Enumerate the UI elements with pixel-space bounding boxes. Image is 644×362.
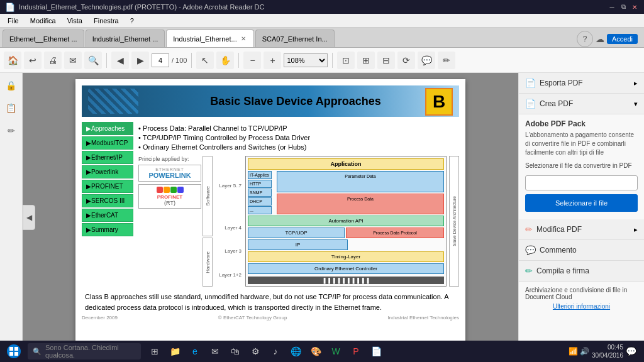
pdf-content-right: Process Data: Parallel Channel to TCP/UD… [138,122,459,287]
modifica-section: ✏ Modifica PDF ▸ [519,219,644,240]
tcp-udp-block: TCP/UDP [248,228,345,238]
commento-header[interactable]: 💬 Commento [519,240,644,260]
crea-header[interactable]: 📄 Crea PDF ▾ [519,94,644,114]
hand-tool[interactable]: ✋ [216,52,234,69]
powerpoint-icon[interactable]: P [347,343,365,360]
edge-icon[interactable]: e [186,343,204,360]
tab-industrial-ethernet-1[interactable]: Industrial_Ethernet ... [86,30,165,47]
zoom-in-button[interactable]: + [264,52,281,69]
menu-vista[interactable]: Vista [62,16,87,26]
convert-section: Selezionare il file da convertire in PDF… [519,162,644,219]
comment-tool[interactable]: 💬 [418,52,435,69]
diagram-blocks: Application IT-Applics HTTP SNMP DHCP ..… [245,156,447,287]
archiviazione-label: Archiviazione e condivisione di file in … [525,287,638,300]
auto-api-block: Automation API [248,216,444,226]
nav-profinet[interactable]: ▶PROFINET [82,180,133,193]
right-panel: 📄 Esporta PDF ▸ 📄 Crea PDF ▾ Adobe PDF P… [518,73,644,362]
nav-summary[interactable]: ▶Summary [82,223,133,236]
page-number-input[interactable] [152,53,169,67]
zoom-select[interactable]: 108% 100% 75% 150% [284,53,328,67]
crea-chevron: ▾ [634,100,638,108]
email-button[interactable]: ✉ [64,52,82,69]
settings-icon[interactable]: ⚙ [247,343,264,360]
restore-button[interactable]: ⧉ [619,3,628,11]
sda-col: Slave Device Architecture [449,156,459,287]
paint-icon[interactable]: 🎨 [307,343,325,360]
tab-close-button[interactable]: ✕ [240,35,247,42]
modifica-header[interactable]: ✏ Modifica PDF ▸ [519,219,644,239]
left-icon-pages[interactable]: 📋 [3,99,20,117]
help-icon[interactable]: ? [577,31,593,47]
outlook-icon[interactable]: ✉ [206,343,224,360]
sign-tool[interactable]: ✏ [438,52,455,69]
back-button[interactable]: ↩ [24,52,42,69]
snmp-block: SNMP [248,189,272,197]
notification-icon[interactable]: 💬 [626,346,636,356]
menu-finestra[interactable]: Finestra [89,16,124,26]
nav-ethercat[interactable]: ▶EtherCAT [82,209,133,222]
bullet-3: Ordinary Ethernet Controllers and Switch… [138,143,459,151]
ip-block: IP [248,239,348,250]
search-button[interactable]: 🔍 [84,52,102,69]
modifica-icon: ✏ [525,224,533,234]
tab-industrial-ethernet-active[interactable]: Industrial_Ethernet... ✕ [166,30,254,47]
nav-sercos[interactable]: ▶SERCOS III [82,194,133,207]
rotate-button[interactable]: ⟳ [397,52,415,69]
menu-modifica[interactable]: Modifica [25,16,61,26]
application-block: Application [248,158,444,170]
zoom-out-button[interactable]: − [243,52,261,69]
word-icon[interactable]: W [327,343,345,360]
pdf-footer: December 2009 © EtherCAT Technology Grou… [82,315,459,321]
taskbar-icons: ⊞ 📁 e ✉ 🛍 ⚙ ♪ 🌐 🎨 W P 📄 [146,343,566,360]
eth-ctrl-block: Ordinary Ethernet Controller [248,263,444,274]
it-applics-block: IT-Applics [248,171,272,179]
close-button[interactable]: ✕ [630,3,639,11]
cloud-icon[interactable]: ☁ [596,34,604,44]
cursor-tool[interactable]: ↖ [196,52,214,69]
file-explorer-icon[interactable]: 📁 [166,343,184,360]
store-icon[interactable]: 🛍 [226,343,244,360]
fit-page-button[interactable]: ⊡ [337,52,355,69]
commento-section: 💬 Commento [519,240,644,261]
scroll-left-arrow[interactable]: ◀ [23,205,35,230]
print-button[interactable]: 🖨 [44,52,62,69]
nav-ethernetip[interactable]: ▶Ethernet/IP [82,151,133,164]
prev-page-button[interactable]: ◀ [111,52,129,69]
cortana-search[interactable]: 🔍 Sono Cortana. Chiedimi qualcosa. [28,343,141,359]
taskview-button[interactable]: ⊞ [146,343,164,360]
svg-rect-3 [14,352,18,356]
left-icon-lock[interactable]: 🔒 [3,77,20,94]
content-area[interactable]: ◀ ▶ Basic Slave Device Approaches B ▶App… [23,73,518,362]
select-file-button[interactable]: Selezionare il file [525,194,638,212]
compila-header[interactable]: ✏ Compila e firma [519,261,644,281]
menu-help[interactable]: ? [125,16,139,26]
nav-approaches[interactable]: ▶Approaches [82,122,133,135]
adobe-pack-title: Adobe PDF Pack [519,114,644,131]
left-icon-edit[interactable]: ✏ [3,122,20,140]
actual-size-button[interactable]: ⊞ [357,52,375,69]
nav-modbus[interactable]: ▶Modbus/TCP [82,136,133,150]
minimize-button[interactable]: ─ [608,3,616,11]
crea-section: 📄 Crea PDF ▾ [519,94,644,114]
browser-icon[interactable]: 🌐 [287,343,304,360]
ulteriori-link[interactable]: Ulteriori informazioni [525,303,638,310]
esporta-section: 📄 Esporta PDF ▸ [519,73,644,94]
tab-ethernet-ethernet[interactable]: Ethernet__Ethernet ... [3,30,84,47]
home-button[interactable]: 🏠 [4,52,21,69]
nav-powerlink[interactable]: ▶Powerlink [82,165,133,178]
next-page-button[interactable]: ▶ [131,52,149,69]
tab-bar: Ethernet__Ethernet ... Industrial_Ethern… [0,28,644,48]
signin-button[interactable]: Accedi [607,34,638,44]
fit-width-button[interactable]: ⊟ [377,52,395,69]
esporta-header[interactable]: 📄 Esporta PDF ▸ [519,73,644,93]
tab-sca07[interactable]: SCA07_Ethernet In... [255,30,335,47]
start-button[interactable] [3,342,25,361]
acrobat-icon[interactable]: 📄 [367,343,385,360]
convert-input[interactable] [525,175,638,190]
menu-file[interactable]: File [3,16,24,26]
windows-logo [7,344,21,358]
taskbar-right: 📶 🔊 00:45 30/04/2016 💬 [569,343,641,359]
menu-bar: File Modifica Vista Finestra ? [0,14,644,28]
svg-rect-2 [9,352,13,356]
music-icon[interactable]: ♪ [267,343,284,360]
